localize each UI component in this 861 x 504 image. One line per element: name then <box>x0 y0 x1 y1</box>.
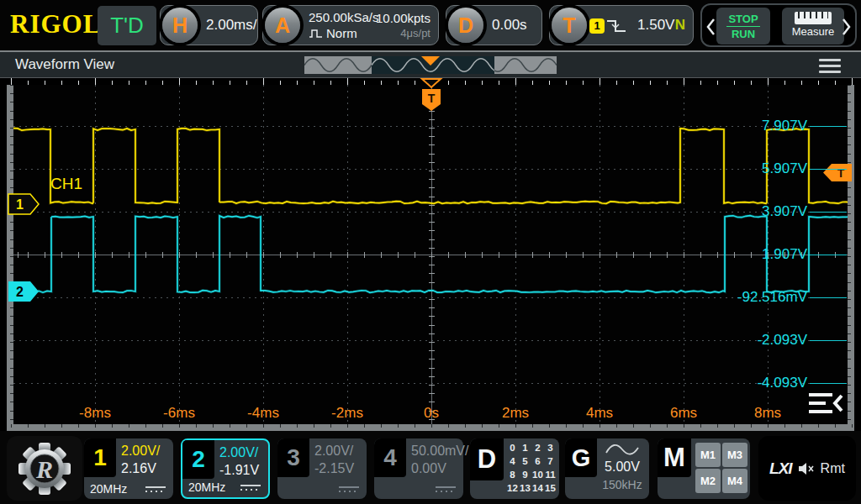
trigger-settings-button[interactable]: T 1 1.50V N <box>549 5 694 45</box>
collapse-menu-icon[interactable] <box>807 390 844 418</box>
time-label: 2ms <box>502 405 529 422</box>
top-toolbar: RIGOL T'D H 2.00ms/ A 250.00kSa/s Norm 1… <box>0 0 861 50</box>
lxi-logo: LXI <box>769 459 792 478</box>
math-sub-button[interactable]: M2 <box>695 469 721 493</box>
channel2-scale: 2.00V/ <box>219 445 258 460</box>
falling-edge-icon <box>605 17 627 35</box>
channel1-offset: 2.16V <box>121 461 156 476</box>
digital-bit: 10 <box>531 468 544 481</box>
page-title: Waveform View <box>15 52 114 77</box>
pulse-icon <box>309 28 323 39</box>
voltage-label: -2.093V <box>757 332 807 349</box>
ruler-icon <box>795 12 832 24</box>
measure-label: Measure <box>782 25 844 38</box>
channel4-scale: 50.00mV/ <box>411 444 468 459</box>
digital-channels-card[interactable]: D 0123456789101112131415 <box>470 438 559 499</box>
menu-icon[interactable] <box>819 59 841 73</box>
channel3-offset: -2.15V <box>314 461 354 476</box>
gear-r-label: R <box>35 455 53 483</box>
sine-icon <box>604 443 641 456</box>
digital-bits-grid: 0123456789101112131415 <box>506 441 558 495</box>
channel3-number: 3 <box>277 438 309 477</box>
stop-run-button[interactable]: STOP RUN <box>716 8 770 45</box>
channel1-bandwidth: 20MHz <box>90 482 127 496</box>
acquisition-mode: Norm <box>326 26 357 40</box>
memory-depth: 10.00kpts <box>376 11 430 25</box>
math-sub-button[interactable]: M1 <box>695 443 721 467</box>
time-label: -4ms <box>247 405 279 422</box>
toolbar-right-group: STOP RUN Measure <box>700 3 857 47</box>
voltage-tick-line <box>810 297 847 298</box>
voltage-tick-line <box>810 169 847 170</box>
voltage-tick-line <box>810 126 847 127</box>
digital-bit: 5 <box>519 454 531 468</box>
generator-frequency: 150kHz <box>597 478 647 491</box>
sound-muted-icon[interactable] <box>798 462 815 475</box>
trace-ch2 <box>13 216 848 293</box>
measure-button[interactable]: Measure <box>782 8 844 45</box>
digital-bit: 11 <box>544 468 557 481</box>
time-label: 8ms <box>754 405 781 422</box>
channel1-card[interactable]: 1 2.00V/ 2.16V 20MHz <box>84 438 173 499</box>
right-ruler <box>848 85 854 424</box>
math-sub-button[interactable]: M4 <box>722 469 747 493</box>
rigol-gear-button[interactable]: R <box>7 436 82 501</box>
nav-right-icon[interactable] <box>842 17 852 37</box>
channel1-scale: 2.00V/ <box>121 444 160 459</box>
remote-status: Rmt <box>821 461 845 476</box>
delay-value: 0.00s <box>492 6 527 45</box>
time-label: 0s <box>424 405 439 422</box>
channel4-card[interactable]: 4 50.00mV/ 0.00V <box>374 438 463 499</box>
digital-bit: 2 <box>531 441 544 454</box>
stop-label: STOP <box>726 13 759 27</box>
generator-card[interactable]: G 5.00V 150kHz <box>565 438 649 499</box>
digital-bit: 4 <box>506 454 519 468</box>
horizontal-position-preview[interactable] <box>304 56 557 74</box>
trigger-key-icon: T <box>552 8 587 43</box>
digital-bit: 14 <box>531 481 544 495</box>
channel3-scale: 2.00V/ <box>314 444 353 459</box>
acquisition-settings-button[interactable]: A 250.00kSa/s Norm 10.00kpts 4μs/pt <box>262 5 439 45</box>
digital-bit: 13 <box>519 481 531 495</box>
nav-left-icon[interactable] <box>705 17 716 37</box>
channel1-number: 1 <box>84 438 116 477</box>
graticule <box>13 85 848 424</box>
preview-trigger-marker-icon[interactable] <box>421 56 440 66</box>
channel2-number: 2 <box>182 440 214 479</box>
time-label: 6ms <box>670 405 697 422</box>
math-buttons-grid: M1M3M2M4 <box>695 443 747 493</box>
digital-bit: 3 <box>544 441 557 454</box>
voltage-tick-line <box>810 212 847 213</box>
delay-settings-button[interactable]: D 0.00s <box>446 5 542 45</box>
acquisition-key-icon: A <box>265 8 300 43</box>
rigol-logo: RIGOL <box>10 9 101 39</box>
math-card[interactable]: M M1M3M2M4 <box>658 438 750 499</box>
horizontal-settings-button[interactable]: H 2.00ms/ <box>160 5 258 45</box>
voltage-label: 5.907V <box>762 160 807 177</box>
math-sub-button[interactable]: M3 <box>722 443 747 467</box>
digital-bit: 15 <box>544 481 557 495</box>
channel4-offset: 0.00V <box>411 461 446 476</box>
dc-coupling-icon <box>339 486 359 492</box>
time-label: -2ms <box>331 405 363 422</box>
channel3-card[interactable]: 3 2.00V/ -2.15V <box>277 438 367 499</box>
trace-ch1 <box>13 129 848 204</box>
waveform-traces <box>13 85 848 424</box>
bottom-toolbar: R 1 2.00V/ 2.16V 20MHz 2 2.00V/ -1.91V 2… <box>0 431 861 504</box>
trigger-mode-flag: N <box>675 6 685 45</box>
trace-ch1 <box>13 129 848 204</box>
trigger-source-badge: 1 <box>589 18 605 34</box>
time-label: -6ms <box>163 405 195 422</box>
trace-ch2 <box>13 216 848 293</box>
voltage-label: 1.907V <box>762 246 807 263</box>
digital-key-label: D <box>470 438 504 480</box>
digital-bit: 9 <box>519 468 531 481</box>
generator-amplitude: 5.00V <box>599 459 646 475</box>
channel2-card[interactable]: 2 2.00V/ -1.91V 20MHz <box>181 438 270 499</box>
digital-bit: 1 <box>519 441 531 454</box>
time-per-point: 4μs/pt <box>400 27 430 39</box>
timebase-scale: 2.00ms/ <box>206 6 256 45</box>
digital-bit: 12 <box>506 481 519 495</box>
digital-bit: 7 <box>544 454 557 468</box>
digital-bit: 0 <box>506 441 519 454</box>
